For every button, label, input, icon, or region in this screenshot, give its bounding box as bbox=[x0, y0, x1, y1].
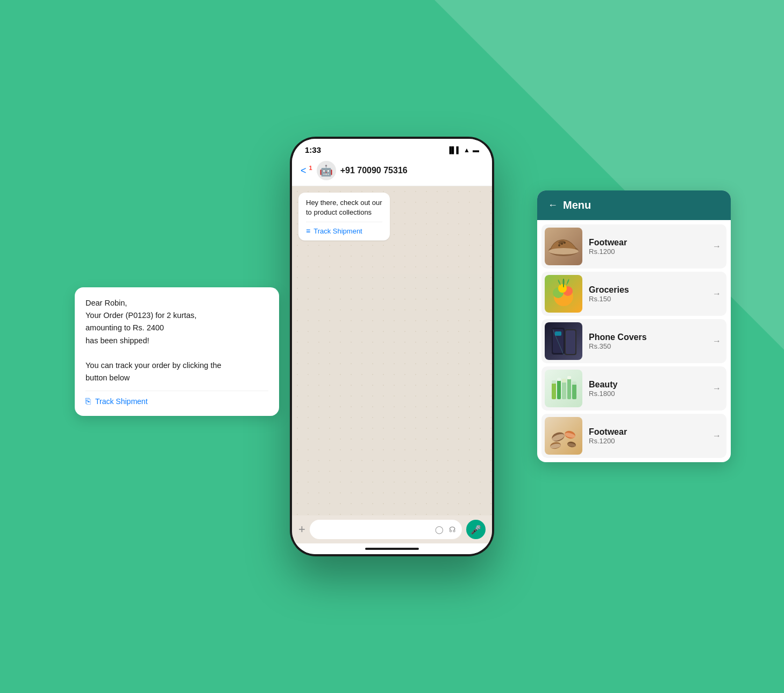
menu-items-list: Footwear Rs.1200 → bbox=[537, 220, 731, 462]
svg-point-1 bbox=[548, 248, 579, 254]
menu-item-info-footwear-2: Footwear Rs.1200 bbox=[589, 427, 706, 445]
message-text-1: Hey there, check out ourto product colle… bbox=[306, 198, 382, 217]
order-line-6: button below bbox=[85, 373, 130, 382]
svg-point-2 bbox=[558, 244, 560, 246]
chat-body: Hey there, check out ourto product colle… bbox=[292, 186, 492, 515]
svg-rect-16 bbox=[562, 382, 566, 399]
menu-item-info-beauty: Beauty Rs.1800 bbox=[589, 380, 706, 398]
status-icons: ▐▌▌ ▲ ▬ bbox=[447, 146, 479, 154]
menu-item-price-groceries: Rs.150 bbox=[589, 295, 706, 303]
menu-card: ← Menu Footwear bbox=[537, 190, 731, 462]
signal-icon: ▐▌▌ bbox=[447, 146, 461, 154]
order-line-1: Your Order (P0123) for 2 kurtas, bbox=[85, 311, 197, 320]
svg-rect-21 bbox=[562, 379, 566, 383]
camera-icon: ☊ bbox=[449, 525, 455, 534]
attach-button[interactable]: + bbox=[298, 522, 305, 536]
menu-item-name-groceries: Groceries bbox=[589, 285, 706, 295]
svg-rect-15 bbox=[557, 380, 561, 399]
chat-phone-number: +91 70090 75316 bbox=[340, 166, 408, 175]
svg-point-3 bbox=[561, 243, 563, 245]
menu-item-arrow-phones: → bbox=[712, 336, 721, 346]
svg-rect-18 bbox=[572, 384, 576, 399]
svg-rect-12 bbox=[566, 330, 575, 354]
mic-icon: 🎤 bbox=[471, 525, 481, 535]
menu-item-img-groceries bbox=[545, 275, 582, 313]
status-time: 1:33 bbox=[305, 145, 321, 154]
order-line-3: has been shipped! bbox=[85, 336, 149, 345]
track-shipment-label-2: Track Shipment bbox=[95, 397, 148, 406]
menu-item-name-phones: Phone Covers bbox=[589, 333, 706, 342]
svg-rect-19 bbox=[552, 380, 556, 384]
phone-inner: 1:33 ▐▌▌ ▲ ▬ < 1 🤖 +91 70090 75316 bbox=[292, 139, 492, 554]
menu-title: Menu bbox=[563, 199, 591, 211]
menu-item-info-groceries: Groceries Rs.150 bbox=[589, 285, 706, 303]
track-shipment-label-1: Track Shipment bbox=[313, 227, 362, 235]
chat-input-bar: + ◯ ☊ 🎤 bbox=[292, 515, 492, 543]
bot-avatar: 🤖 bbox=[317, 161, 336, 180]
phone: 1:33 ▐▌▌ ▲ ▬ < 1 🤖 +91 70090 75316 bbox=[290, 137, 494, 556]
order-line-2: amounting to Rs. 2400 bbox=[85, 323, 164, 332]
menu-item-img-phones bbox=[545, 322, 582, 360]
menu-item-arrow-footwear-2: → bbox=[712, 431, 721, 441]
svg-rect-23 bbox=[572, 381, 576, 385]
svg-rect-20 bbox=[557, 378, 561, 381]
mic-button[interactable]: 🎤 bbox=[466, 520, 486, 539]
menu-item-name-footwear-2: Footwear bbox=[589, 427, 706, 437]
menu-back-arrow-icon[interactable]: ← bbox=[548, 200, 558, 211]
svg-point-8 bbox=[558, 284, 567, 293]
greeting-line: Dear Robin, bbox=[85, 299, 127, 307]
message-bubble-1: Hey there, check out ourto product colle… bbox=[298, 193, 390, 241]
wifi-icon: ▲ bbox=[464, 146, 470, 154]
menu-item-img-footwear-2 bbox=[545, 417, 582, 455]
home-bar bbox=[292, 543, 492, 554]
back-button[interactable]: < 1 bbox=[301, 165, 312, 176]
bot-icon: 🤖 bbox=[319, 164, 333, 177]
menu-item-footwear-1[interactable]: Footwear Rs.1200 → bbox=[541, 224, 726, 268]
home-indicator bbox=[365, 548, 419, 550]
svg-rect-14 bbox=[552, 383, 556, 399]
battery-icon: ▬ bbox=[473, 146, 479, 154]
message-input[interactable]: ◯ ☊ bbox=[310, 520, 462, 539]
order-bubble: Dear Robin, Your Order (P0123) for 2 kur… bbox=[75, 287, 279, 416]
chat-header: < 1 🤖 +91 70090 75316 bbox=[292, 157, 492, 186]
unread-badge: 1 bbox=[309, 165, 312, 171]
svg-rect-22 bbox=[567, 376, 571, 379]
menu-item-info-footwear-1: Footwear Rs.1200 bbox=[589, 238, 706, 256]
menu-item-groceries[interactable]: Groceries Rs.150 → bbox=[541, 272, 726, 316]
menu-item-name-beauty: Beauty bbox=[589, 380, 706, 390]
status-bar: 1:33 ▐▌▌ ▲ ▬ bbox=[292, 139, 492, 157]
back-arrow-icon: < bbox=[301, 165, 307, 176]
menu-item-price-footwear-2: Rs.1200 bbox=[589, 437, 706, 445]
menu-header: ← Menu bbox=[537, 190, 731, 220]
order-line-5: You can track your order by clicking the bbox=[85, 361, 222, 370]
svg-rect-13 bbox=[555, 331, 561, 336]
menu-item-img-footwear-1 bbox=[545, 228, 582, 265]
menu-item-price-phones: Rs.350 bbox=[589, 342, 706, 350]
menu-item-arrow-groceries: → bbox=[712, 289, 721, 299]
svg-point-4 bbox=[564, 242, 566, 244]
order-message-text: Dear Robin, Your Order (P0123) for 2 kur… bbox=[85, 297, 268, 384]
menu-item-info-phones: Phone Covers Rs.350 bbox=[589, 333, 706, 350]
scene: 1:33 ▐▌▌ ▲ ▬ < 1 🤖 +91 70090 75316 bbox=[172, 83, 612, 610]
menu-item-beauty[interactable]: Beauty Rs.1800 → bbox=[541, 366, 726, 411]
track-shipment-link-2[interactable]: ⎘ Track Shipment bbox=[85, 391, 268, 406]
menu-item-arrow-footwear-1: → bbox=[712, 242, 721, 251]
menu-item-footwear-2[interactable]: Footwear Rs.1200 → bbox=[541, 414, 726, 458]
menu-item-price-beauty: Rs.1800 bbox=[589, 390, 706, 398]
menu-item-price-footwear-1: Rs.1200 bbox=[589, 247, 706, 256]
menu-item-phone-covers[interactable]: Phone Covers Rs.350 → bbox=[541, 319, 726, 363]
external-link-icon: ⎘ bbox=[85, 397, 91, 406]
menu-item-arrow-beauty: → bbox=[712, 384, 721, 393]
menu-item-name-footwear-1: Footwear bbox=[589, 238, 706, 247]
list-icon: ≡ bbox=[306, 227, 310, 235]
svg-rect-17 bbox=[567, 379, 571, 399]
menu-item-img-beauty bbox=[545, 370, 582, 407]
track-shipment-link-1[interactable]: ≡ Track Shipment bbox=[306, 222, 382, 235]
sticker-icon: ◯ bbox=[435, 525, 444, 534]
